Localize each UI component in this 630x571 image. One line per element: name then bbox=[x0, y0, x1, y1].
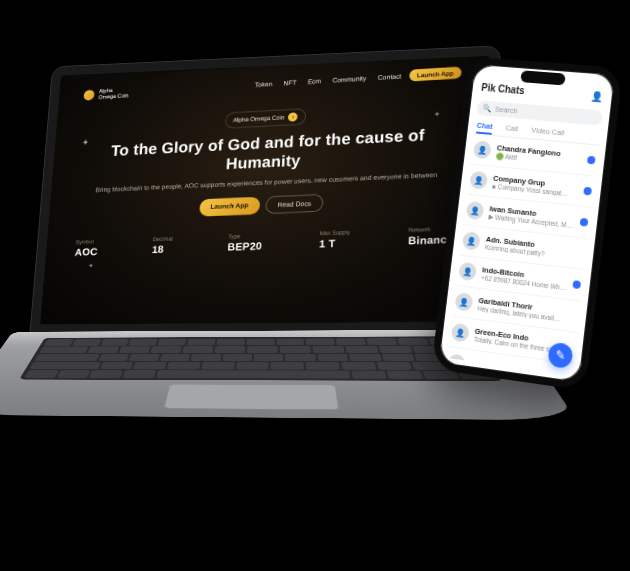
avatar: 👤 bbox=[451, 323, 470, 343]
avatar: 👤 bbox=[473, 140, 492, 159]
edit-icon: ✎ bbox=[555, 348, 567, 364]
nav-links: Token NFT Ecm Community Contact bbox=[255, 73, 402, 88]
read-docs-button[interactable]: Read Docs bbox=[265, 194, 324, 214]
sparkle-icon: ✦ bbox=[88, 262, 94, 269]
laptop-mockup: ✦ ✦ ✦ Alpha Omega Coin Token NFT Ecm Com… bbox=[16, 46, 500, 513]
stat-value: 1 T bbox=[319, 237, 350, 249]
trackpad[interactable] bbox=[163, 384, 339, 410]
chat-text: Garibaldi ThorirHey darling, lately you … bbox=[477, 296, 564, 323]
chat-name: Eddy Kurniadi bbox=[470, 361, 556, 376]
stat-type: Type BEP20 bbox=[227, 233, 263, 253]
stat-label: Decimal bbox=[152, 236, 172, 242]
nav-item-community[interactable]: Community bbox=[332, 75, 366, 83]
unread-badge bbox=[580, 218, 589, 227]
search-icon: 🔍 bbox=[482, 104, 492, 113]
nav-item-ecm[interactable]: Ecm bbox=[308, 78, 322, 85]
stat-value: 18 bbox=[152, 243, 173, 255]
tab-call[interactable]: Call bbox=[505, 123, 518, 133]
stat-decimal: Decimal 18 bbox=[152, 236, 173, 255]
nav-item-nft[interactable]: NFT bbox=[283, 79, 296, 86]
stat-label: Type bbox=[228, 233, 263, 240]
hero-section: Alpha Omega Coin › To the Glory of God a… bbox=[74, 97, 461, 222]
unread-badge bbox=[572, 280, 581, 289]
app-title: Pik Chats bbox=[481, 82, 525, 96]
chat-text: Adn. SubiantoKomring about patty? bbox=[485, 235, 572, 261]
brand-name: Alpha Omega Coin bbox=[98, 87, 129, 100]
hero-pill[interactable]: Alpha Omega Coin › bbox=[224, 108, 306, 129]
search-placeholder: Search bbox=[494, 105, 518, 116]
stat-symbol: Symbol AOC bbox=[74, 239, 98, 258]
avatar: 👤 bbox=[447, 353, 466, 373]
chat-text: Iwan Sunanto▶ Waiting Your Accepted, MMI… bbox=[488, 204, 575, 230]
stat-value: AOC bbox=[74, 246, 98, 258]
user-icon[interactable]: 👤 bbox=[590, 91, 603, 103]
chat-text: Green-Eco IndoTotally. Calm on the three… bbox=[473, 327, 560, 354]
stat-value: BEP20 bbox=[227, 240, 262, 252]
chat-text: Indo-Bitcoin+62 85987 80024 Home White… bbox=[481, 265, 568, 291]
sparkle-icon: ✦ bbox=[434, 110, 441, 119]
unread-badge bbox=[583, 187, 592, 196]
chat-text: Company Grup■ Company Yossi sangat… bbox=[492, 174, 579, 198]
chat-text: Chandra Fangiono🟢 Aktif bbox=[496, 143, 583, 168]
laptop-screen: ✦ ✦ ✦ Alpha Omega Coin Token NFT Ecm Com… bbox=[40, 52, 490, 328]
stat-label: Symbol bbox=[75, 239, 98, 245]
top-nav: Alpha Omega Coin Token NFT Ecm Community… bbox=[83, 67, 461, 101]
pill-label: Alpha Omega Coin bbox=[233, 114, 285, 123]
avatar: 👤 bbox=[469, 170, 488, 189]
avatar: 👤 bbox=[466, 201, 485, 220]
avatar: 👤 bbox=[462, 231, 481, 251]
brand-logo[interactable]: Alpha Omega Coin bbox=[83, 87, 129, 101]
sparkle-icon: ✦ bbox=[81, 138, 89, 148]
token-stats: Symbol AOC Decimal 18 Type BEP20 Max Sup… bbox=[71, 225, 458, 257]
phone-screen: Pik Chats 👤 🔍 Search Chat Call Video Cal… bbox=[438, 64, 615, 383]
nav-item-token[interactable]: Token bbox=[255, 81, 273, 88]
unread-badge bbox=[587, 156, 596, 165]
keyboard bbox=[19, 336, 502, 381]
logo-icon bbox=[83, 89, 94, 100]
tab-chat[interactable]: Chat bbox=[476, 121, 493, 131]
tab-video-call[interactable]: Video Call bbox=[531, 126, 565, 138]
avatar: 👤 bbox=[458, 262, 477, 282]
chat-text: Eddy Kurniadi bbox=[470, 361, 556, 376]
stat-label: Max Supply bbox=[319, 229, 350, 236]
launch-app-button[interactable]: Launch App bbox=[409, 67, 462, 82]
avatar: 👤 bbox=[454, 292, 473, 312]
chat-list[interactable]: 👤Chandra Fangiono🟢 Aktif👤Company Grup■ C… bbox=[447, 134, 599, 375]
chevron-right-icon: › bbox=[288, 112, 298, 122]
stat-max-supply: Max Supply 1 T bbox=[319, 229, 350, 249]
launch-app-button[interactable]: Launch App bbox=[199, 197, 260, 217]
hero-actions: Launch App Read Docs bbox=[74, 188, 459, 221]
nav-item-contact[interactable]: Contact bbox=[378, 73, 402, 81]
laptop-screen-frame: ✦ ✦ ✦ Alpha Omega Coin Token NFT Ecm Com… bbox=[30, 46, 499, 333]
